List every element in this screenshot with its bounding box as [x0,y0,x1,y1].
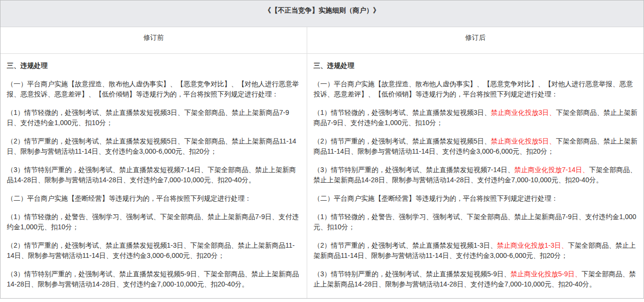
column-header-after: 修订后 [307,27,644,53]
clause-text: （3）情节特别严重的，处强制考试、禁止直播禁发短视频7-14日、下架全部商品、禁… [7,166,296,184]
clause-text: （2）情节严重的，处强制考试、禁止直播禁发短视频5日、下架全部商品、禁止上架新商… [7,137,296,155]
clause-paragraph: （2）情节严重的，处强制考试、禁止直播禁发短视频5日、下架全部商品、禁止上架新商… [7,136,301,157]
clause-text: （2）情节严重的，处强制考试、禁止直播禁发短视频1-3日、 [314,241,497,249]
clause-paragraph: （3）情节特别严重的，处强制考试、禁止直播禁发短视频7-14日、下架全部商品、禁… [7,165,301,185]
clause-paragraph: （1）情节轻微的，处强制考试、禁止直播禁发短视频3日、禁止商业化投放3日、下架全… [314,108,638,128]
clause-paragraph: （3）情节特别严重的，处强制考试、禁止直播禁发短视频7-14日、禁止商业化投放7… [314,165,638,185]
clause-paragraph: （2）情节严重的，处强制考试、禁止直播禁发短视频1-3日、禁止商业化投放1-3日… [314,240,638,261]
clause-text: （3）情节特别严重的，处强制考试、禁止直播禁发短视频5-9日、下架全部商品、禁止… [7,270,299,288]
added-text: 禁止商业化投放5-9日、 [511,270,581,278]
column-header-before: 修订前 [0,27,307,53]
clause-paragraph: （3）情节特别严重的，处强制考试、禁止直播禁发短视频5-9日、禁止商业化投放5-… [314,269,638,289]
clause-paragraph: （1）情节轻微的，处警告、强制学习、强制考试、下架全部商品、禁止上架新商品7-9… [7,212,301,232]
clause-paragraph: （二）平台商户实施【垄断经营】等违规行为的，平台将按照下列规定进行处理： [314,193,638,204]
clause-paragraph: （二）平台商户实施【垄断经营】等违规行为的，平台将按照下列规定进行处理： [7,193,301,204]
clause-text: （2）情节严重的，处强制考试、禁止直播禁发短视频5日、 [314,137,491,145]
clause-text: （1）情节轻微的，处强制考试、禁止直播禁发短视频3日、下架全部商品、禁止上架新商… [7,109,289,127]
section-heading: 三、违规处理 [7,61,301,71]
clause-text: （1）情节轻微的，处警告、强制学习、强制考试、下架全部商品、禁止上架新商品7-9… [7,213,299,231]
clause-paragraph: （2）情节严重的，处强制考试、禁止直播禁发短视频1-3日、下架全部商品、禁止上架… [7,240,301,261]
clause-paragraph: （一）平台商户实施【故意捏造、散布他人虚伪事实】、【恶意竞争对比】、【对他人进行… [7,79,301,99]
clause-text: （2）情节严重的，处强制考试、禁止直播禁发短视频1-3日、下架全部商品、禁止上架… [7,241,295,259]
page: 《【不正当竞争】实施细则（商户）》 修订前 修订后 三、违规处理（一）平台商户实… [0,0,644,302]
clause-text: （一）平台商户实施【故意捏造、散布他人虚伪事实】、【恶意竞争对比】、【对他人进行… [7,80,299,98]
added-text: 禁止商业化投放3日、 [491,109,556,116]
clause-text: 三、违规处理 [7,62,48,69]
revision-before-content: 三、违规处理（一）平台商户实施【故意捏造、散布他人虚伪事实】、【恶意竞争对比】、… [0,54,307,298]
clause-paragraph: （一）平台商户实施【故意捏造、散布他人虚伪事实】、【恶意竞争对比】、【对他人进行… [314,79,638,99]
column-header-row: 修订前 修订后 [0,27,644,54]
clause-text: 三、违规处理 [314,62,354,69]
clause-text: （一）平台商户实施【故意捏造、散布他人虚伪事实】、【恶意竞争对比】、【对他人进行… [314,80,633,98]
clause-paragraph: （1）情节轻微的，处警告、强制学习、强制考试、下架全部商品、禁止上架新商品7-9… [314,212,638,232]
added-text: 禁止商业化投放1-3日、 [497,241,568,249]
revision-after-content: 三、违规处理（一）平台商户实施【故意捏造、散布他人虚伪事实】、【恶意竞争对比】、… [307,54,644,298]
clause-text: （3）情节特别严重的，处强制考试、禁止直播禁发短视频5-9日、 [314,270,511,278]
added-text: 禁止商业化投放5日、 [491,137,556,145]
clause-text: （1）情节轻微的，处警告、强制学习、强制考试、下架全部商品、禁止上架新商品7-9… [314,213,636,231]
clause-text: （二）平台商户实施【垄断经营】等违规行为的，平台将按照下列规定进行处理： [314,194,558,202]
revision-comparison-table: 《【不正当竞争】实施细则（商户）》 修订前 修订后 三、违规处理（一）平台商户实… [0,0,644,299]
added-text: 禁止商业化投放7-14日、 [514,166,589,174]
document-title: 《【不正当竞争】实施细则（商户）》 [0,0,644,27]
clause-text: （二）平台商户实施【垄断经营】等违规行为的，平台将按照下列规定进行处理： [7,194,251,202]
clause-paragraph: （3）情节特别严重的，处强制考试、禁止直播禁发短视频5-9日、下架全部商品、禁止… [7,269,301,289]
section-heading: 三、违规处理 [314,61,638,71]
clause-text: （3）情节特别严重的，处强制考试、禁止直播禁发短视频7-14日、 [314,166,514,174]
content-row: 三、违规处理（一）平台商户实施【故意捏造、散布他人虚伪事实】、【恶意竞争对比】、… [0,54,644,298]
clause-text: （1）情节轻微的，处强制考试、禁止直播禁发短视频3日、 [314,109,491,116]
clause-paragraph: （2）情节严重的，处强制考试、禁止直播禁发短视频5日、禁止商业化投放5日、下架全… [314,136,638,157]
clause-paragraph: （1）情节轻微的，处强制考试、禁止直播禁发短视频3日、下架全部商品、禁止上架新商… [7,108,301,128]
